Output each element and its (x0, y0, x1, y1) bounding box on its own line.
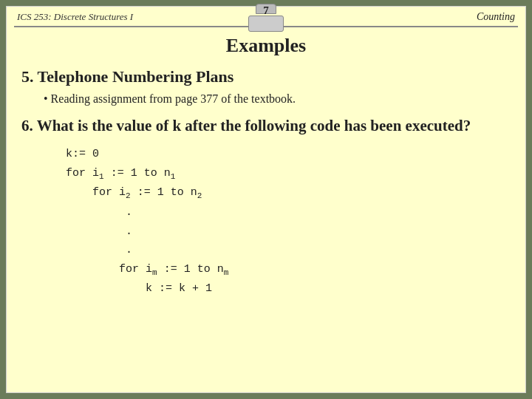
page-number: 7 (263, 4, 269, 17)
section6-number: 6. (21, 117, 33, 134)
clip-shape: 7 (246, 4, 286, 32)
clip-bottom (248, 16, 284, 32)
page-number-area: 7 (246, 4, 286, 32)
code-line-3: for i2 := 1 to n2 (66, 183, 511, 203)
slide: ICS 253: Discrete Structures I 7 Countin… (6, 6, 526, 393)
code-line-8: k := k + 1 (66, 279, 511, 299)
content: 5. Telephone Numbering Plans Reading ass… (7, 67, 525, 299)
section5-bullet: Reading assignment from page 377 of the … (44, 92, 511, 106)
code-line-5: . (66, 222, 511, 242)
code-line-1: k:= 0 (66, 145, 511, 164)
section6-title: What is the value of k after the followi… (37, 117, 471, 134)
section5-number: 5. (21, 67, 34, 86)
section5-title: Telephone Numbering Plans (38, 67, 234, 86)
section5-heading: 5. Telephone Numbering Plans (21, 67, 511, 86)
code-line-6: . (66, 241, 511, 260)
top-bar: ICS 253: Discrete Structures I 7 Countin… (7, 7, 525, 26)
section6-heading: 6. What is the value of k after the foll… (21, 116, 511, 136)
course-title: ICS 253: Discrete Structures I (17, 11, 133, 23)
code-line-4: . (66, 203, 511, 222)
code-line-7: for im := 1 to nm (66, 260, 511, 280)
code-line-2: for i1 := 1 to n1 (66, 164, 511, 184)
slide-title: Examples (7, 35, 525, 57)
counting-label: Counting (477, 11, 515, 23)
code-block: k:= 0 for i1 := 1 to n1 for i2 := 1 to n… (66, 145, 511, 299)
